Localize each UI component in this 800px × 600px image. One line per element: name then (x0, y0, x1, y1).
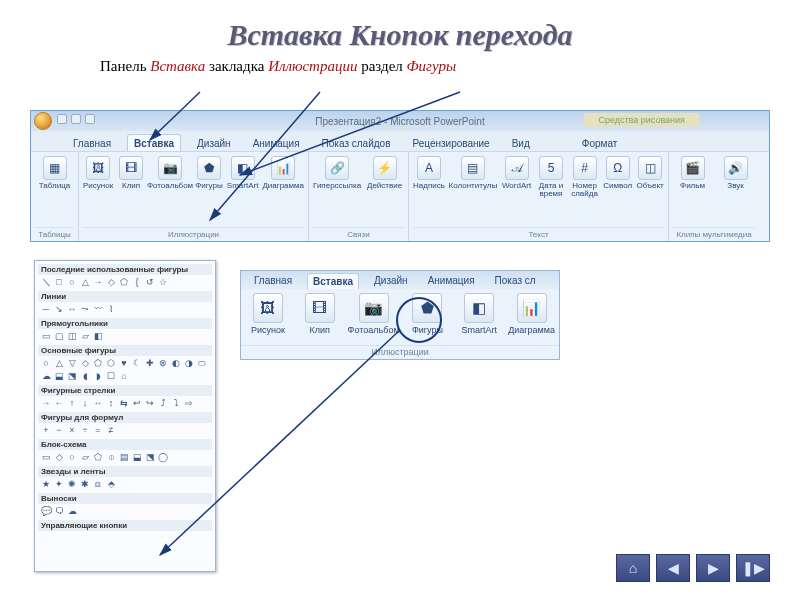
shape-item[interactable]: ↑ (66, 397, 78, 409)
shape-item[interactable]: ⊗ (157, 357, 169, 369)
zoom-tab-insert[interactable]: Вставка (307, 273, 359, 289)
shape-item[interactable]: ☁ (40, 370, 52, 382)
shapes-gallery-panel[interactable]: Последние использованные фигуры ＼□○△→◇⬠{… (34, 260, 216, 572)
shape-item[interactable]: ↺ (144, 276, 156, 288)
shape-item[interactable]: 🗨 (53, 505, 65, 517)
shape-item[interactable]: ↕ (105, 397, 117, 409)
picture-button[interactable]: 🖼Рисунок (83, 156, 113, 190)
zoom-tab-design[interactable]: Дизайн (369, 273, 413, 289)
shape-item[interactable]: ○ (66, 451, 78, 463)
shape-item[interactable]: △ (53, 357, 65, 369)
shape-item[interactable]: ⤵ (170, 397, 182, 409)
shape-item[interactable]: ✦ (53, 478, 65, 490)
tab-anim[interactable]: Анимация (247, 135, 306, 151)
shape-item[interactable]: ◇ (105, 276, 117, 288)
hyperlink-button[interactable]: 🔗Гиперссылка (313, 156, 361, 190)
object-button[interactable]: ◫Объект (636, 156, 664, 190)
shape-item[interactable]: ◑ (183, 357, 195, 369)
shape-item[interactable]: ✱ (79, 478, 91, 490)
shape-item[interactable]: ⌇ (105, 303, 117, 315)
nav-home-button[interactable]: ⌂ (616, 554, 650, 582)
wordart-button[interactable]: 𝒜WordArt (501, 156, 532, 190)
smartart-button[interactable]: ◧SmartArt (227, 156, 259, 190)
shape-item[interactable]: ↪ (144, 397, 156, 409)
shape-item[interactable]: ← (53, 397, 65, 409)
tab-view[interactable]: Вид (506, 135, 536, 151)
shape-item[interactable]: ⬔ (66, 370, 78, 382)
shape-item[interactable]: ⬔ (144, 451, 156, 463)
shape-item[interactable]: ☐ (105, 370, 117, 382)
tab-design[interactable]: Дизайн (191, 135, 237, 151)
shape-item[interactable]: ↔ (66, 303, 78, 315)
shape-item[interactable]: ◫ (66, 330, 78, 342)
shape-item[interactable]: ○ (66, 276, 78, 288)
shape-item[interactable]: + (40, 424, 52, 436)
shape-item[interactable]: ⧈ (92, 478, 104, 490)
shape-item[interactable]: ○ (40, 357, 52, 369)
action-button[interactable]: ⚡Действие (365, 156, 404, 190)
shape-item[interactable]: ▭ (40, 330, 52, 342)
shape-item[interactable]: = (92, 424, 104, 436)
datetime-button[interactable]: 5Дата и время (536, 156, 566, 199)
shape-item[interactable]: ◇ (53, 451, 65, 463)
shape-item[interactable]: ▱ (79, 330, 91, 342)
shape-item[interactable]: ↔ (92, 397, 104, 409)
shape-item[interactable]: ▽ (66, 357, 78, 369)
shape-item[interactable]: ↩ (131, 397, 143, 409)
qat-redo-icon[interactable] (85, 114, 95, 124)
symbol-button[interactable]: ΩСимвол (603, 156, 632, 190)
shape-item[interactable]: ▭ (40, 451, 52, 463)
album-button[interactable]: 📷Фотоальбом (149, 156, 191, 190)
zoom-tab-slideshow[interactable]: Показ сл (490, 273, 541, 289)
shape-item[interactable]: ▢ (53, 330, 65, 342)
shape-item[interactable]: ⇨ (183, 397, 195, 409)
shape-item[interactable]: ⬓ (53, 370, 65, 382)
shape-item[interactable]: ⬡ (105, 357, 117, 369)
shape-item[interactable]: ▱ (79, 451, 91, 463)
shape-item[interactable]: ☆ (157, 276, 169, 288)
shape-item[interactable]: ◧ (92, 330, 104, 342)
shape-item[interactable]: → (92, 276, 104, 288)
tab-insert[interactable]: Вставка (127, 134, 181, 151)
clip-button[interactable]: 🎞Клип (117, 156, 145, 190)
shape-item[interactable]: ≠ (105, 424, 117, 436)
shape-item[interactable]: ◯ (157, 451, 169, 463)
shape-item[interactable]: 💬 (40, 505, 52, 517)
shape-item[interactable]: ⬓ (131, 451, 143, 463)
shape-item[interactable]: ⬭ (196, 357, 208, 369)
shape-item[interactable]: ↓ (79, 397, 91, 409)
shape-item[interactable]: ↘ (53, 303, 65, 315)
shape-item[interactable]: ★ (40, 478, 52, 490)
shape-item[interactable]: ＼ (40, 276, 52, 288)
shape-item[interactable]: ⬠ (92, 357, 104, 369)
tab-home[interactable]: Главная (67, 135, 117, 151)
nav-end-button[interactable]: ❚▶ (736, 554, 770, 582)
shape-item[interactable]: ⤴ (157, 397, 169, 409)
zoom-tab-home[interactable]: Главная (249, 273, 297, 289)
shape-item[interactable]: △ (79, 276, 91, 288)
shape-item[interactable]: ◖ (79, 370, 91, 382)
shape-item[interactable]: ⬠ (118, 276, 130, 288)
shape-item[interactable]: × (66, 424, 78, 436)
shape-item[interactable]: ▤ (118, 451, 130, 463)
shapes-button[interactable]: ⬟Фигуры (195, 156, 223, 190)
table-button[interactable]: ▦Таблица (35, 156, 74, 190)
zoom-tab-anim[interactable]: Анимация (423, 273, 480, 289)
shape-item[interactable]: ⬘ (105, 478, 117, 490)
shape-item[interactable]: ☾ (131, 357, 143, 369)
qat-undo-icon[interactable] (71, 114, 81, 124)
shape-item[interactable]: ─ (40, 303, 52, 315)
shape-item[interactable]: ⌽ (105, 451, 117, 463)
shape-item[interactable]: ⇆ (118, 397, 130, 409)
office-button-icon[interactable] (34, 112, 52, 130)
shape-item[interactable]: ⬠ (92, 451, 104, 463)
tab-slideshow[interactable]: Показ слайдов (316, 135, 397, 151)
nav-forward-button[interactable]: ▶ (696, 554, 730, 582)
textbox-button[interactable]: AНадпись (413, 156, 445, 190)
tab-format[interactable]: Формат (576, 135, 624, 151)
nav-back-button[interactable]: ◀ (656, 554, 690, 582)
shape-item[interactable]: ◇ (79, 357, 91, 369)
shape-item[interactable]: ✚ (144, 357, 156, 369)
shape-item[interactable]: ⌂ (118, 370, 130, 382)
headerfooter-button[interactable]: ▤Колонтитулы (449, 156, 497, 190)
